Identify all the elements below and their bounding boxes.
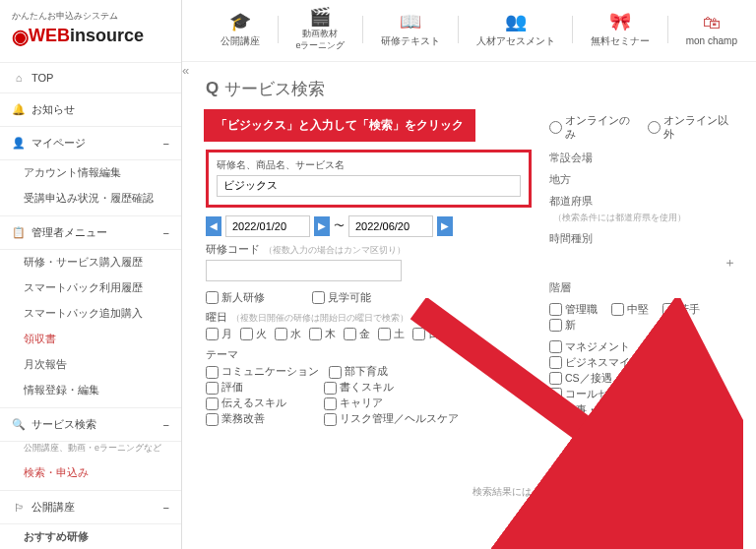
flag-icon: 🏳 [12,502,26,514]
cb-theme[interactable]: コミュニケーション [206,365,319,379]
topnav: 🎓公開講座 🎬動画教材eラーニング 📖研修テキスト 👥人材アセスメント 🎀無料セ… [182,0,756,62]
rank-label: 階層 [549,281,736,295]
expand-icon[interactable]: ＋ [724,254,736,272]
nav-mypage-history[interactable]: 受講申込み状況・履歴確認 [0,186,181,212]
search-icon: Q [674,517,683,530]
nav-admin-1[interactable]: スマートパック利用履歴 [0,275,181,301]
radio-online-only[interactable]: オンラインのみ [549,114,630,142]
cb-category[interactable]: 人事・総務・財務・法務 [549,403,684,417]
cb-weekday-2[interactable]: 水 [275,328,301,341]
topnav-seminar[interactable]: 🎀無料セミナー [587,11,654,48]
venue-label: 常設会場 [549,152,736,165]
people-icon: 👥 [505,11,527,32]
weekday-label: 曜日 [206,311,227,323]
cb-rank[interactable]: 若手 [662,303,700,317]
cb-theme[interactable]: 評価 [206,381,314,395]
user-icon: 👤 [12,137,26,150]
content: Qサービス検索 「ビジックス」と入力して「検索」をクリック 研修名、商品名、サー… [182,62,756,549]
cb-category[interactable]: ビジネスマイン [549,356,641,370]
search-button[interactable]: Q検索 [647,507,738,539]
cb-rank[interactable]: 管理職 [549,303,598,317]
nav-admin[interactable]: 📋管理者メニュー− [0,216,181,250]
date-to-input[interactable] [348,215,433,237]
home-icon: ⌂ [12,72,26,84]
nav-admin-3[interactable]: 領収書 [0,327,181,352]
book-icon: 📖 [400,11,421,32]
cb-theme[interactable]: 伝えるスキル [206,396,314,410]
nav-search[interactable]: 🔍サービス検索− [0,408,181,442]
logo-text: ◉WEBinsource [12,25,169,48]
collapse-icon: − [163,138,169,150]
date-next-from[interactable]: ▶ [314,216,330,236]
nav-admin-2[interactable]: スマートパック追加購入 [0,301,181,327]
theme-label: テーマ [206,348,532,362]
cb-rank[interactable]: 新 [549,319,576,333]
collapse-icon: − [163,227,169,239]
nav-open-0[interactable]: おすすめ研修 [0,524,181,549]
cb-weekday-5[interactable]: 土 [378,328,405,341]
topnav-video[interactable]: 🎬動画教材eラーニング [291,8,348,51]
weekday-row: 月火水木金土日 [206,328,532,343]
graduation-icon: 🎓 [229,11,251,32]
service-name-input[interactable] [217,175,521,197]
service-name-field-highlight: 研修名、商品名、サービス名 [206,150,532,208]
nav-search-hint: 公開講座、動画・eラーニングなど [0,442,181,460]
cb-theme[interactable]: 書くスキル [324,381,432,395]
cb-visible[interactable]: 見学可能 [312,291,371,305]
nav-mypage[interactable]: 👤マイページ− [0,127,181,160]
clear-button[interactable]: 検索解除 [535,507,637,539]
topnav-open-course[interactable]: 🎓公開講座 [217,11,264,48]
cb-weekday-3[interactable]: 木 [309,328,336,341]
footer-note: 検索結果には、すべての条件を満たしたものが表示されます [236,485,738,499]
collapse-icon: − [163,419,169,431]
sidebar: かんたんお申込みシステム ◉WEBinsource ⌂TOP 🔔お知らせ 👤マイ… [0,0,182,549]
nav-admin-4[interactable]: 月次報告 [0,352,181,378]
nav-search-apply[interactable]: 検索・申込み [0,460,181,486]
cb-theme[interactable]: キャリア [324,396,432,410]
bell-icon: 🔔 [12,103,26,116]
search-icon: 🔍 [12,418,26,431]
nav-top[interactable]: ⌂TOP [0,63,181,93]
cb-weekday-4[interactable]: 金 [344,328,370,341]
nav-notice[interactable]: 🔔お知らせ [0,93,181,127]
date-from-input[interactable] [225,215,310,237]
page-title: Qサービス検索 [206,78,736,100]
service-name-label: 研修名、商品名、サービス名 [217,158,521,172]
cb-category[interactable]: マネジメント [549,340,633,354]
cb-newcomer[interactable]: 新人研修 [206,291,265,305]
logo: かんたんお申込みシステム ◉WEBinsource [0,0,181,63]
ribbon-icon: 🎀 [609,11,631,32]
date-next-to[interactable]: ▶ [437,216,453,236]
category-grid: マネジメントビジネスマインCS／接遇／クレーム対応コールセンター人事・総務・財務… [549,340,736,417]
nav-admin-5[interactable]: 情報登録・編集 [0,378,181,403]
code-input[interactable] [206,260,402,281]
cb-weekday-6[interactable]: 日 [412,328,439,341]
cb-theme[interactable]: 部下育成 [329,365,437,379]
region-label: 地方 [549,173,736,187]
cb-weekday-1[interactable]: 火 [240,328,267,341]
cb-category[interactable]: コールセンター [549,388,641,401]
nav-mypage-account[interactable]: アカウント情報編集 [0,160,181,186]
topnav-assessment[interactable]: 👥人材アセスメント [472,11,559,48]
nav-admin-0[interactable]: 研修・サービス購入履歴 [0,250,181,275]
date-prev-from[interactable]: ◀ [206,216,221,236]
logo-tagline: かんたんお申込みシステム [12,10,169,23]
cb-weekday-0[interactable]: 月 [206,328,232,341]
cb-theme[interactable]: リスク管理／ヘルスケア [324,412,459,426]
weekday-hint: （複数日開催の研修は開始日の曜日で検索） [231,313,409,323]
cb-category[interactable]: CS／接遇／クレーム対応 [549,372,688,386]
pref-label: 都道府県 [549,195,736,209]
collapse-icon: − [163,502,169,514]
search-form-left: 研修名、商品名、サービス名 ◀ ▶ 〜 ▶ 研修コード（複数入力の場合はカンマ区… [206,114,532,427]
duration-label: 時間種別 [549,232,736,246]
topnav-text[interactable]: 📖研修テキスト [377,11,444,48]
topnav-monchamp[interactable]: 🛍mon champ [682,13,741,46]
film-icon: 🎬 [309,8,331,28]
date-range-row: ◀ ▶ 〜 ▶ [206,215,532,237]
code-label: 研修コード [206,243,260,255]
cb-rank[interactable]: 中堅 [611,303,649,317]
search-form-right: オンラインのみ オンライン以外 常設会場 地方 都道府県（検索条件には都道府県を… [549,114,736,427]
cb-theme[interactable]: 業務改善 [206,412,314,426]
nav-open[interactable]: 🏳公開講座− [0,491,181,524]
radio-online-excl[interactable]: オンライン以外 [648,114,728,142]
